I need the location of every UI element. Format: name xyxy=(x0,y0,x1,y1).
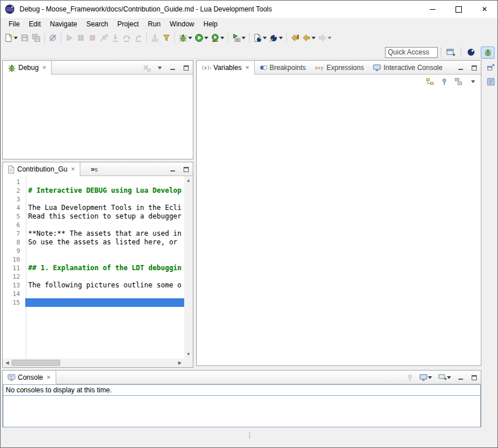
menu-item[interactable]: Navigate xyxy=(45,18,81,30)
drag-handle-icon[interactable] xyxy=(249,433,250,434)
editor-tab-overflow-button[interactable]: »5 xyxy=(91,166,98,173)
show-logical-structure-button[interactable] xyxy=(425,77,434,86)
tab-interactive-console[interactable]: Interactive Console xyxy=(368,61,447,75)
quick-access-input[interactable] xyxy=(385,47,438,58)
scroll-right-icon[interactable]: ▶ xyxy=(176,359,184,367)
console-page[interactable]: No consoles to display at this time. xyxy=(3,384,481,427)
maximize-button[interactable] xyxy=(446,1,472,18)
maximize-view-button[interactable] xyxy=(181,63,190,72)
tab-debug[interactable]: Debug ✕ xyxy=(3,61,52,75)
save-icon xyxy=(20,33,29,42)
maximize-view-button[interactable] xyxy=(469,63,478,72)
scroll-up-icon[interactable]: ▲ xyxy=(184,176,193,185)
dropdown-arrow-icon[interactable] xyxy=(242,37,246,40)
menu-item[interactable]: File xyxy=(4,18,24,30)
dropdown-arrow-icon[interactable] xyxy=(220,37,224,40)
forward-button[interactable] xyxy=(317,32,333,44)
code-text: The Lua Development Tools in the Ecli xyxy=(25,204,184,212)
step-return-button[interactable] xyxy=(133,32,144,44)
skip-all-breakpoints-button[interactable] xyxy=(47,32,59,44)
coverage-button[interactable] xyxy=(209,32,225,44)
minimize-icon xyxy=(458,65,464,71)
minimize-view-button[interactable] xyxy=(168,165,177,174)
menu-item[interactable]: Run xyxy=(143,18,165,30)
view-menu-button[interactable] xyxy=(468,77,477,86)
new-lua-file-icon xyxy=(253,33,262,42)
open-console-button[interactable] xyxy=(437,373,452,382)
minimize-view-button[interactable] xyxy=(456,373,465,382)
scroll-left-icon[interactable]: ◀ xyxy=(3,359,11,367)
script-perspective-button[interactable] xyxy=(464,46,478,59)
code-line: 8 So use the assets as listed here, or xyxy=(3,238,184,247)
variables-body[interactable] xyxy=(197,88,481,365)
maximize-view-button[interactable] xyxy=(469,373,478,382)
close-icon[interactable]: ✕ xyxy=(245,65,250,71)
dropdown-arrow-icon[interactable] xyxy=(188,37,192,40)
tab-variables[interactable]: (x)= Variables ✕ xyxy=(197,61,255,75)
collapse-all-button[interactable] xyxy=(454,77,463,86)
suspend-button[interactable] xyxy=(75,32,87,44)
close-button[interactable]: ✕ xyxy=(472,1,497,18)
dropdown-arrow-icon[interactable] xyxy=(428,376,432,379)
pin-console-button[interactable] xyxy=(405,373,414,382)
lua-attach-button[interactable] xyxy=(268,32,284,44)
use-step-filters-button[interactable] xyxy=(161,32,172,44)
editor-horizontal-scrollbar[interactable]: ◀ ▶ xyxy=(3,359,184,367)
code-line: 4 The Lua Development Tools in the Ecli xyxy=(3,204,184,212)
dropdown-arrow-icon[interactable] xyxy=(279,37,283,40)
view-menu-button[interactable] xyxy=(155,63,164,72)
back-button[interactable] xyxy=(301,32,317,44)
debug-view-body[interactable] xyxy=(3,75,193,159)
menu-item[interactable]: Help xyxy=(199,18,223,30)
step-into-button[interactable] xyxy=(110,32,121,44)
dropdown-arrow-icon[interactable] xyxy=(447,376,451,379)
editor-code-area[interactable]: 1 2 # Interactive DEBUG using Lua Develo… xyxy=(3,178,184,359)
step-over-button[interactable] xyxy=(121,32,133,44)
dropdown-arrow-icon[interactable] xyxy=(263,37,267,40)
display-selected-console-button[interactable] xyxy=(418,373,433,382)
scrollbar-thumb[interactable] xyxy=(11,360,60,366)
resume-button[interactable] xyxy=(64,32,75,44)
close-icon[interactable]: ✕ xyxy=(42,65,46,71)
external-tools-button[interactable] xyxy=(231,32,247,44)
close-icon[interactable]: ✕ xyxy=(46,375,51,380)
minimize-button[interactable] xyxy=(420,1,446,18)
open-perspective-button[interactable] xyxy=(444,46,458,59)
debug-button[interactable] xyxy=(177,32,193,44)
dropdown-arrow-icon[interactable] xyxy=(328,37,332,40)
scroll-down-icon[interactable]: ▼ xyxy=(184,350,193,359)
new-lua-file-button[interactable] xyxy=(252,32,268,44)
disconnect-button[interactable] xyxy=(98,32,110,44)
tab-console[interactable]: Console ✕ xyxy=(3,371,56,384)
tab-breakpoints[interactable]: Breakpoints xyxy=(255,61,310,75)
console-message: No consoles to display at this time. xyxy=(3,385,480,396)
new-button[interactable] xyxy=(3,32,19,44)
menu-item[interactable]: Project xyxy=(112,18,143,30)
dropdown-arrow-icon[interactable] xyxy=(14,37,18,40)
minimized-view-stack-button[interactable] xyxy=(486,77,495,86)
close-icon[interactable]: ✕ xyxy=(71,166,75,172)
maximize-view-button[interactable] xyxy=(181,165,190,174)
tab-contribution-guide[interactable]: Contribution_Gu ✕ xyxy=(3,162,80,176)
minimize-view-button[interactable] xyxy=(168,63,177,72)
menu-item[interactable]: Search xyxy=(81,18,112,30)
debug-perspective-button[interactable] xyxy=(481,46,495,59)
restore-minimized-views-button[interactable] xyxy=(486,63,495,72)
disconnect-icon xyxy=(99,33,108,42)
dropdown-arrow-icon[interactable] xyxy=(312,37,316,40)
run-button[interactable] xyxy=(193,32,209,44)
save-button[interactable] xyxy=(19,32,30,44)
last-edit-location-button[interactable] xyxy=(289,32,301,44)
code-text: ## 1. Explanation of the LDT debuggin xyxy=(25,264,184,272)
pin-view-button[interactable] xyxy=(439,77,449,86)
save-all-button[interactable] xyxy=(30,32,42,44)
dropdown-arrow-icon[interactable] xyxy=(204,37,208,40)
remove-terminated-button[interactable] xyxy=(142,63,151,72)
drop-to-frame-button[interactable] xyxy=(149,32,161,44)
editor-vertical-scrollbar[interactable]: ▲ ▼ xyxy=(184,176,193,359)
tab-expressions[interactable]: x+y Expressions xyxy=(310,61,368,75)
terminate-button[interactable] xyxy=(87,32,98,44)
menu-item[interactable]: Window xyxy=(165,18,199,30)
minimize-view-button[interactable] xyxy=(456,63,465,72)
menu-item[interactable]: Edit xyxy=(24,18,45,30)
